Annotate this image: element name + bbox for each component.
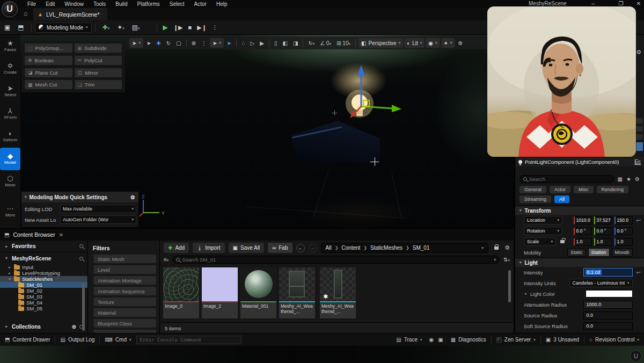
content-drawer-button[interactable]: ⬒Content Drawer <box>0 333 55 346</box>
camera-speed-dropdown[interactable]: ✦▾ <box>441 38 455 48</box>
menu-help[interactable]: Help <box>211 1 232 8</box>
assets-scrollbar[interactable] <box>508 270 511 302</box>
perspective-dropdown[interactable]: ◧Perspective▾ <box>358 38 403 48</box>
record-icon[interactable]: ◉ <box>429 337 434 343</box>
asset-meshy1[interactable]: Meshy_AI_Weathered_... <box>279 267 315 318</box>
grid-snap-icon[interactable]: ⊞ 10▾ <box>334 40 353 46</box>
details-settings-icon[interactable]: ⚙ <box>635 176 640 182</box>
editor-mode-dropdown[interactable]: Modeling Mode ▾ <box>35 23 92 33</box>
screenshot-icon[interactable]: ▣ <box>438 337 443 343</box>
menu-select[interactable]: Select <box>165 1 189 8</box>
filter-material[interactable]: Material <box>92 308 156 317</box>
select-tool-icon[interactable]: ➤ <box>144 40 153 46</box>
mesh-select-icon[interactable]: ➤ <box>225 40 233 46</box>
transform-select-dropdown[interactable]: ➤▾ <box>129 38 143 48</box>
component-header[interactable]: PointLightComponent (LightComponent0) Ec <box>515 157 644 166</box>
gear-icon[interactable]: ⚙ <box>130 194 135 200</box>
show-flags-dropdown[interactable]: ◉▾ <box>426 38 440 48</box>
tree-item-sm02[interactable]: SM_02 <box>0 288 87 294</box>
mobility-movable[interactable]: Movab <box>612 248 633 257</box>
scale-z-field[interactable]: 1.0 <box>614 238 633 246</box>
mode-mesh[interactable]: ⬡Mesh <box>0 170 20 193</box>
world-space-icon[interactable]: ⊕ <box>189 40 198 46</box>
rotation-z-field[interactable]: 0.0 ° <box>614 227 633 235</box>
reset-intensity-icon[interactable]: ↩ <box>636 270 641 275</box>
content-browser-tab-label[interactable]: Content Browser <box>13 231 55 238</box>
edge-select-icon[interactable]: ▷ <box>248 40 257 46</box>
crumb-content[interactable]: Content <box>341 245 360 251</box>
menu-edit[interactable]: Edit <box>41 1 60 8</box>
mobility-stationary[interactable]: Station <box>588 248 610 257</box>
tool-subdivide[interactable]: ⊞Subdivide <box>75 43 122 53</box>
search-icon[interactable] <box>79 244 83 248</box>
asset-image2[interactable]: Image_2 <box>202 267 238 318</box>
scale-lock-icon[interactable] <box>560 240 565 243</box>
tree-item-staticmeshes[interactable]: ▾StaticMeshes <box>0 276 87 282</box>
half-select-left-icon[interactable]: ◧ <box>281 40 290 46</box>
asset-meshy2-unsaved[interactable]: ✱ Meshy_AI_Weathered_... <box>320 267 356 318</box>
mode-select[interactable]: ➤Select <box>0 80 20 103</box>
details-search[interactable] <box>519 175 614 183</box>
filter-funnel-icon[interactable]: ≡▾ <box>164 257 169 263</box>
rotate-tool-icon[interactable]: ↻ <box>164 40 173 46</box>
mode-deform[interactable]: ◗Deform <box>0 125 20 148</box>
add-collection-icon[interactable]: ⊕ <box>72 324 76 330</box>
filter-level[interactable]: Level <box>92 265 156 274</box>
minimize-button[interactable]: – <box>586 1 600 6</box>
asset-search-input[interactable] <box>182 257 492 263</box>
chip-rendering[interactable]: Rendering <box>597 186 629 193</box>
save-icon[interactable]: ▣ <box>4 24 10 31</box>
intensity-units-dropdown[interactable]: Candelas - Luminous Int▾ <box>569 279 633 287</box>
project-root-header[interactable]: ▾MeshyReScene <box>0 252 87 264</box>
play-options-icon[interactable]: ⋮ <box>212 24 218 31</box>
rotation-dropdown[interactable]: Rotation▾ <box>524 227 562 235</box>
add-button[interactable]: ✚Add <box>164 243 189 253</box>
unreal-logo-icon[interactable]: U <box>2 1 18 17</box>
light-section-header[interactable]: ▾Light <box>515 258 644 267</box>
filter-blueprint-class[interactable]: Blueprint Class <box>92 319 156 328</box>
snap-rotate-icon[interactable]: ↻▾ <box>306 40 317 46</box>
mode-create[interactable]: ✡Create <box>0 57 20 80</box>
tool-polygroup[interactable]: ⬚PolyGroup... <box>25 43 72 53</box>
asset-search[interactable]: ▾ <box>172 256 500 264</box>
cb-settings-icon[interactable]: ⚙ <box>504 244 510 251</box>
collapse-arrow-icon[interactable]: ▾ <box>25 195 27 199</box>
mode-more[interactable]: ⋯More <box>0 200 20 223</box>
crumb-sm01[interactable]: SM_01 <box>413 245 430 251</box>
filter-static-mesh[interactable]: Static Mesh <box>92 255 156 263</box>
output-log-button[interactable]: ▤Output Log <box>55 333 99 346</box>
marquee-select-icon[interactable]: ▯ <box>272 40 280 46</box>
move-tool-icon[interactable]: ✚ <box>154 40 163 46</box>
attenuation-radius-field[interactable]: 1000.0 <box>583 301 633 309</box>
back-button[interactable]: ← <box>296 244 305 252</box>
soft-source-radius-field[interactable]: 0.0 <box>583 322 633 330</box>
menu-actor[interactable]: Actor <box>189 1 211 8</box>
tree-item-sm03[interactable]: SM_03 <box>0 294 87 300</box>
toolbar-more-icon[interactable]: ⋮ <box>199 40 209 46</box>
angle-snap-icon[interactable]: ∠ 0▾ <box>318 40 333 46</box>
menu-tools[interactable]: Tools <box>89 1 111 8</box>
menu-platforms[interactable]: Platforms <box>133 1 165 8</box>
chip-actor[interactable]: Actor <box>550 186 570 193</box>
location-y-field[interactable]: 37.527 <box>594 216 612 224</box>
reset-location-icon[interactable]: ↩ <box>636 217 641 223</box>
editing-lod-dropdown[interactable]: Max Available▾ <box>60 205 136 213</box>
sources-scrollbar[interactable] <box>82 284 85 331</box>
tree-item-sm04[interactable]: SM_04 <box>0 300 87 306</box>
details-search-input[interactable] <box>529 176 610 182</box>
tree-item-sm01[interactable]: SM_01 <box>0 282 87 288</box>
scale-dropdown[interactable]: Scale▾ <box>524 237 556 246</box>
cinematics-icon[interactable]: ▤▾ <box>132 24 140 31</box>
console-command-input[interactable] <box>136 336 241 344</box>
close-tab-icon[interactable]: ✕ <box>59 232 63 238</box>
lock-icon[interactable] <box>494 246 499 250</box>
mode-faves[interactable]: ★Faves <box>0 35 20 57</box>
scale-y-field[interactable]: 1.0 <box>594 238 612 246</box>
unsaved-button[interactable]: ▣3 Unsaved <box>541 333 584 346</box>
asset-image0[interactable]: Image_0 <box>163 267 199 318</box>
tool-polycut[interactable]: ✂PolyCut <box>75 56 122 65</box>
source-radius-field[interactable]: 0.0 <box>583 311 633 320</box>
asset-material001[interactable]: Material_001 <box>240 267 276 318</box>
search-icon[interactable] <box>79 257 83 260</box>
chip-all[interactable]: All <box>554 195 569 203</box>
